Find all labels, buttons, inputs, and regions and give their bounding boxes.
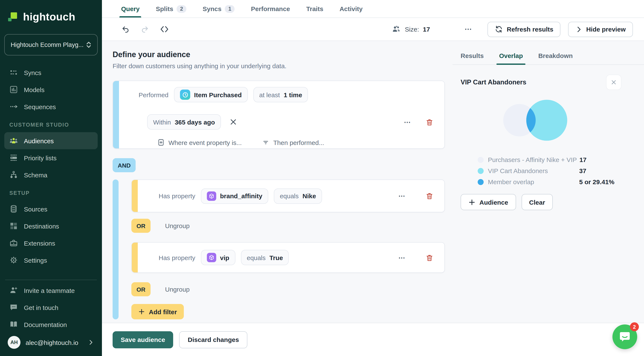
toolbar-more-button[interactable]: ⋯ — [462, 24, 475, 34]
sidebar-item-destinations[interactable]: Destinations — [4, 218, 98, 234]
legend-row-set-a: Purchasers - Affinity Nike + VIP 17 — [478, 156, 644, 163]
property-card-more-button[interactable]: ⋯ — [396, 192, 408, 200]
sources-icon — [10, 205, 18, 213]
audience-builder: Define your audience Filter down custome… — [102, 41, 452, 323]
sidebar-item-invite-teammate[interactable]: Invite a teammate — [4, 282, 98, 299]
ungroup-button[interactable]: Ungroup — [162, 285, 192, 293]
sidebar-item-syncs[interactable]: Syncs — [4, 64, 98, 81]
sequences-icon — [10, 102, 18, 111]
section-label-setup: SETUP — [4, 183, 98, 200]
sidebar-item-models[interactable]: Models — [4, 81, 98, 98]
legend-row-set-b: VIP Cart Abandoners 37 — [478, 167, 644, 174]
tab-traits[interactable]: Traits — [306, 0, 323, 18]
clear-overlap-button[interactable]: Clear — [522, 194, 553, 210]
account-menu[interactable]: AH alec@hightouch.io — [4, 333, 98, 352]
undo-button[interactable] — [120, 24, 131, 35]
performed-label: Performed — [138, 91, 168, 98]
event-name-chip[interactable]: Item Purchased — [174, 87, 248, 102]
trash-icon — [426, 254, 433, 262]
preview-panel: Results Overlap Breakdown VIP Cart Aband… — [452, 41, 644, 323]
discard-changes-button[interactable]: Discard changes — [179, 331, 247, 348]
trash-icon — [426, 192, 433, 200]
delete-event-filter-button[interactable] — [425, 117, 434, 127]
property-chip[interactable]: vip — [201, 250, 235, 265]
sidebar-item-schema[interactable]: Schema — [4, 166, 98, 183]
settings-icon — [10, 256, 18, 264]
sidebar-item-sources[interactable]: Sources — [4, 200, 98, 218]
property-filter-card-brand-affinity: Has property brand_affinity equals Nike … — [131, 180, 445, 212]
sidebar-item-audiences[interactable]: Audiences — [4, 132, 98, 149]
or-filter-group: Has property brand_affinity equals Nike … — [112, 180, 452, 319]
workspace-name: Hightouch Ecomm Playg... — [11, 41, 84, 48]
intercom-chat-button[interactable]: 2 — [612, 324, 637, 349]
tab-activity[interactable]: Activity — [340, 0, 362, 18]
then-performed-link[interactable]: Then performed... — [260, 138, 327, 146]
refresh-results-button[interactable]: Refresh results — [488, 22, 560, 37]
add-overlap-audience-button[interactable]: Audience — [460, 194, 516, 210]
add-filter-button[interactable]: Add filter — [131, 304, 184, 319]
audiences-icon — [10, 136, 18, 145]
or-connector-row: OR Ungroup — [131, 219, 192, 233]
tab-breakdown[interactable]: Breakdown — [538, 52, 573, 64]
refresh-icon — [495, 25, 503, 33]
property-card-more-button[interactable]: ⋯ — [396, 253, 408, 262]
section-label-customer-studio: CUSTOMER STUDIO — [4, 115, 98, 132]
logo-text: hightouch — [23, 10, 75, 23]
chat-smile-icon — [619, 331, 631, 342]
workspace-selector[interactable]: Hightouch Ecomm Playg... — [4, 34, 98, 56]
remove-time-window-button[interactable] — [228, 116, 239, 128]
sidebar-item-label: Audiences — [24, 137, 54, 144]
operator-value-chip[interactable]: equals Nike — [274, 188, 322, 204]
sidebar-item-settings[interactable]: Settings — [4, 252, 98, 268]
extensions-icon — [10, 239, 18, 247]
tab-syncs[interactable]: Syncs1 — [202, 0, 234, 18]
operator-value-chip[interactable]: equals True — [241, 250, 289, 265]
sidebar-item-sequences[interactable]: Sequences — [4, 98, 98, 115]
or-connector-badge[interactable]: OR — [131, 219, 150, 233]
sidebar-item-priority-lists[interactable]: Priority lists — [4, 149, 98, 166]
schema-icon — [10, 170, 18, 179]
close-icon — [230, 118, 237, 126]
has-property-label: Has property — [159, 192, 195, 200]
models-icon — [10, 85, 18, 94]
property-cube-icon — [207, 191, 216, 200]
and-connector-badge[interactable]: AND — [112, 158, 136, 172]
frequency-chip[interactable]: at least 1 time — [253, 87, 308, 102]
delete-property-filter-button[interactable] — [425, 252, 434, 262]
sidebar-item-label: Settings — [24, 256, 47, 264]
property-card-strip — [132, 242, 138, 272]
sidebar-item-get-in-touch[interactable]: Get in touch — [4, 299, 98, 316]
sidebar-item-label: Destinations — [24, 222, 59, 230]
tab-performance[interactable]: Performance — [251, 0, 290, 18]
tab-splits[interactable]: Splits2 — [156, 0, 186, 18]
preview-tabs: Results Overlap Breakdown — [452, 41, 644, 65]
sidebar-item-extensions[interactable]: Extensions — [4, 234, 98, 252]
tab-results[interactable]: Results — [460, 52, 484, 64]
sidebar-item-documentation[interactable]: Documentation — [4, 316, 98, 333]
delete-property-filter-button[interactable] — [425, 191, 434, 201]
plus-square-icon — [158, 138, 164, 146]
event-filter-card: Performed Item Purchased at least 1 time — [112, 80, 445, 149]
add-event-property-link[interactable]: Where event property is... — [155, 138, 244, 147]
tab-query[interactable]: Query — [121, 0, 140, 18]
save-audience-button[interactable]: Save audience — [112, 331, 173, 348]
app-window: hightouch Hightouch Ecomm Playg... Syncs… — [0, 0, 644, 356]
redo-button[interactable] — [139, 24, 150, 35]
or-connector-badge[interactable]: OR — [131, 282, 150, 296]
property-chip[interactable]: brand_affinity — [201, 188, 268, 204]
syncs-icon — [10, 68, 18, 77]
tab-overlap[interactable]: Overlap — [499, 52, 523, 64]
sidebar-item-label: Models — [24, 86, 44, 93]
close-icon — [610, 79, 617, 86]
documentation-icon — [10, 320, 18, 329]
time-window-chip[interactable]: Within 365 days ago — [147, 114, 221, 130]
ungroup-button[interactable]: Ungroup — [162, 222, 192, 230]
remove-overlap-audience-button[interactable] — [606, 75, 621, 90]
hide-preview-button[interactable]: Hide preview — [568, 22, 633, 37]
size-label: Size: — [405, 26, 419, 33]
hightouch-logo: hightouch — [4, 8, 98, 26]
sidebar-item-label: Sequences — [24, 103, 56, 110]
code-view-button[interactable] — [158, 23, 170, 36]
query-toolbar: Size: 17 ⋯ Refresh results Hide preview — [102, 18, 644, 41]
event-card-more-button[interactable]: ⋯ — [401, 118, 414, 126]
